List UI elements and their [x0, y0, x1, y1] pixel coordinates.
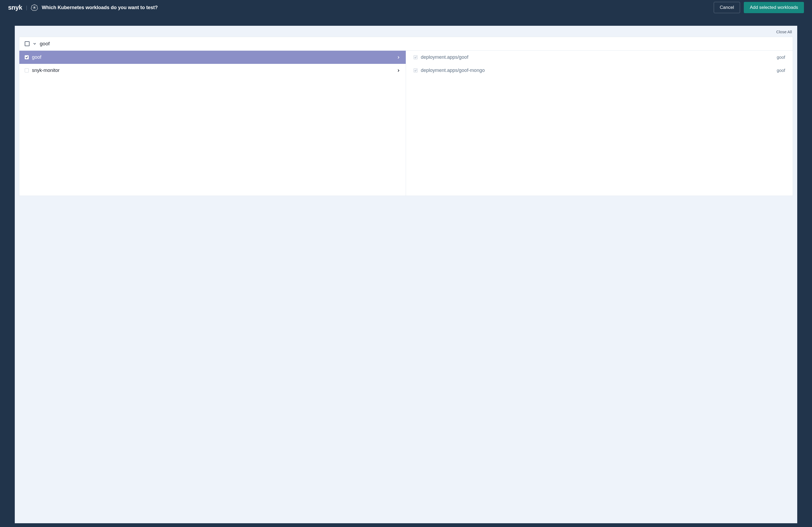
cluster-checkbox[interactable] — [25, 41, 30, 46]
chevron-right-icon — [396, 56, 400, 59]
namespace-item-snyk-monitor[interactable]: snyk-monitor — [19, 64, 406, 77]
workload-tag: goof — [777, 55, 785, 60]
namespace-column: goof snyk-monitor — [19, 51, 406, 196]
page-title: Which Kubernetes workloads do you want t… — [42, 5, 158, 11]
workload-item[interactable]: deployment.apps/goof goof — [406, 51, 793, 64]
cluster-header: goof — [19, 37, 793, 51]
workload-panel: goof goof snyk-monitor — [19, 37, 793, 196]
header-left: snyk | Which Kubernetes workloads do you… — [8, 4, 158, 11]
workload-column: deployment.apps/goof goof deployment.app… — [406, 51, 793, 196]
close-all-row: Close All — [15, 26, 797, 37]
svg-line-3 — [34, 6, 36, 7]
add-selected-button[interactable]: Add selected workloads — [744, 2, 804, 13]
header-actions: Cancel Add selected workloads — [714, 2, 804, 13]
workload-item[interactable]: deployment.apps/goof-mongo goof — [406, 64, 793, 77]
namespace-checkbox[interactable] — [25, 55, 29, 59]
namespace-label: snyk-monitor — [32, 67, 393, 73]
workload-checkbox[interactable] — [414, 69, 418, 73]
snyk-logo: snyk — [8, 4, 22, 11]
chevron-down-icon[interactable] — [33, 42, 37, 46]
two-column-layout: goof snyk-monitor — [19, 51, 793, 196]
namespace-label: goof — [32, 55, 393, 60]
namespace-checkbox[interactable] — [25, 69, 29, 73]
svg-line-8 — [33, 6, 35, 7]
cancel-button[interactable]: Cancel — [714, 2, 740, 13]
workload-checkbox[interactable] — [414, 55, 418, 59]
divider: | — [26, 5, 27, 11]
workload-label: deployment.apps/goof-mongo — [421, 67, 773, 73]
close-all-button[interactable]: Close All — [776, 30, 792, 34]
content-area: Close All goof goof — [15, 26, 797, 523]
namespace-item-goof[interactable]: goof — [19, 51, 406, 64]
app-header: snyk | Which Kubernetes workloads do you… — [0, 0, 812, 15]
cluster-name: goof — [40, 41, 50, 47]
kubernetes-icon — [31, 4, 38, 11]
chevron-right-icon — [396, 69, 400, 73]
workload-tag: goof — [777, 68, 785, 73]
workload-label: deployment.apps/goof — [421, 55, 773, 60]
